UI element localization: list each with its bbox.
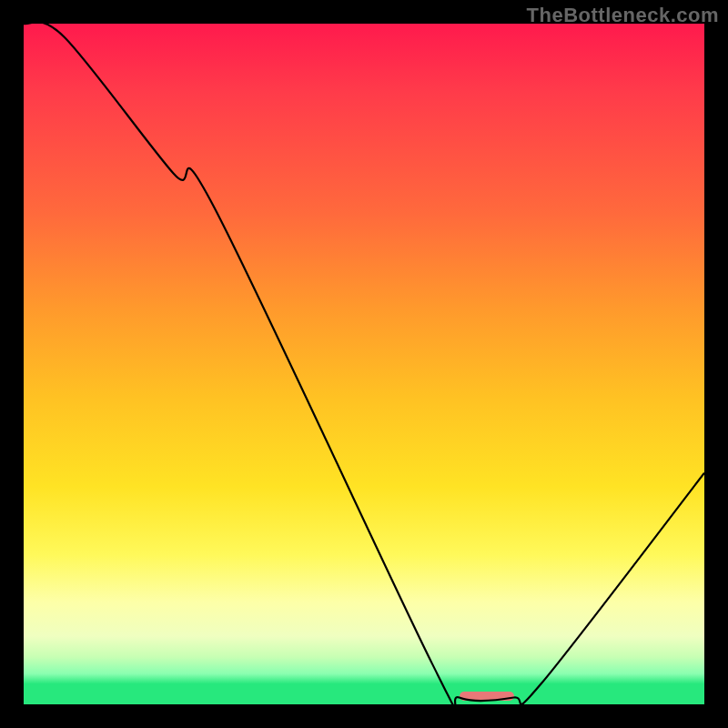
plot-area bbox=[24, 24, 704, 704]
bottleneck-curve bbox=[24, 24, 704, 704]
chart-container: TheBottleneck.com bbox=[0, 0, 728, 728]
watermark-text: TheBottleneck.com bbox=[527, 4, 719, 27]
